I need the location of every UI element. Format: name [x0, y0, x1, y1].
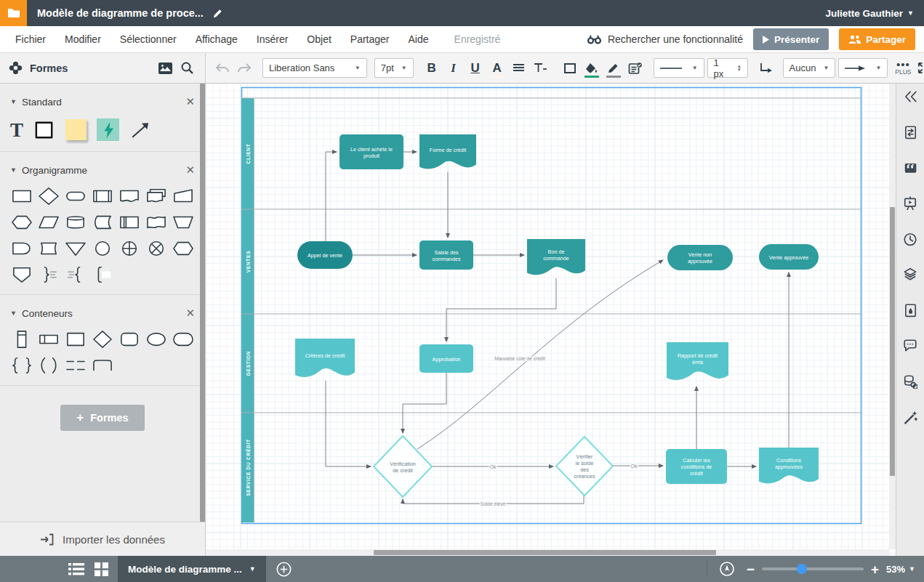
node-vente-approuvee[interactable]: Vente approuvée	[759, 244, 819, 270]
magic-clean-icon[interactable]	[903, 410, 917, 424]
menu-item-aide[interactable]: Aide	[399, 33, 438, 45]
menu-item-fichier[interactable]: Fichier	[6, 33, 55, 45]
node-criteres-credit[interactable]: Critères de crédit	[295, 339, 355, 377]
process-icon[interactable]	[11, 187, 33, 206]
edge-appel-to-client[interactable]	[326, 152, 337, 241]
stored-data-icon[interactable]	[92, 213, 113, 232]
lightning-bolt-icon[interactable]	[97, 118, 119, 141]
merge-icon[interactable]	[65, 239, 87, 258]
document-icon[interactable]	[118, 187, 140, 206]
fill-color-icon[interactable]	[582, 58, 601, 78]
edge-criteres-to-verification[interactable]	[326, 381, 371, 466]
font-size-select[interactable]: 7pt▼	[374, 58, 414, 78]
page-grid-button[interactable]	[89, 556, 113, 582]
share-button[interactable]: Partager	[839, 28, 915, 50]
line-style-select[interactable]: ▼	[654, 58, 704, 78]
close-icon[interactable]: ✕	[185, 163, 195, 177]
arrow-icon[interactable]	[129, 121, 151, 140]
add-page-button[interactable]	[272, 556, 297, 582]
page-setup-icon[interactable]	[903, 125, 917, 140]
terminator-icon[interactable]	[65, 187, 87, 206]
stroke-width-stepper[interactable]: 1 px ▲▼	[707, 58, 748, 78]
menu-item-affichage[interactable]: Affichage	[186, 33, 247, 45]
node-calculer-conditions[interactable]: Calculer lesconditions decrédit	[666, 449, 727, 484]
shapes-manager-icon[interactable]	[9, 61, 23, 75]
horizontal-lines-icon[interactable]	[65, 356, 87, 375]
node-approbation[interactable]: Approbation	[419, 344, 473, 373]
node-saisie-commandes[interactable]: Saisie descommandes	[419, 241, 473, 270]
edge-label[interactable]: Ok	[631, 464, 638, 469]
sticky-note-icon[interactable]	[65, 119, 87, 140]
comments-icon[interactable]	[903, 339, 917, 353]
canvas-vertical-scrollbar[interactable]	[889, 84, 896, 549]
edge-label[interactable]: Mauvaise cote de crédit	[494, 356, 545, 361]
manual-input-icon[interactable]	[172, 187, 194, 206]
preparation-icon[interactable]	[11, 213, 33, 232]
redo-icon[interactable]	[235, 58, 254, 78]
feature-search[interactable]: Rechercher une fonctionnalité	[587, 33, 743, 45]
align-icon[interactable]	[510, 58, 529, 78]
node-vente-non-approuvee[interactable]: Vente nonapprouvée	[667, 245, 733, 270]
notes-icon[interactable]	[903, 161, 917, 175]
rectangle-container-icon[interactable]	[65, 330, 87, 349]
predefined-process-icon[interactable]	[92, 187, 113, 206]
connector-icon[interactable]	[92, 239, 113, 258]
layers-icon[interactable]	[903, 267, 917, 282]
page-tab[interactable]: Modèle de diagramme ... ▼	[118, 556, 266, 582]
italic-button[interactable]: I	[444, 58, 463, 78]
data-icon[interactable]	[38, 213, 60, 232]
bracket-note-icon[interactable]	[92, 265, 113, 284]
node-bon-commande[interactable]: Bon decommande	[527, 239, 585, 275]
edge-label[interactable]: Ok	[490, 464, 497, 469]
off-page-connector-icon[interactable]	[11, 265, 33, 284]
bracket-frame-icon[interactable]	[92, 356, 113, 375]
collapse-panel-icon[interactable]	[903, 89, 917, 104]
panel-scrollbar[interactable]	[200, 84, 205, 522]
line-color-icon[interactable]	[604, 58, 623, 78]
diamond-container-icon[interactable]	[92, 330, 113, 349]
multi-document-icon[interactable]	[145, 187, 167, 206]
note-check-icon[interactable]	[626, 58, 645, 78]
frame-icon[interactable]	[561, 58, 579, 78]
collapse-triangle-icon[interactable]: ▼	[10, 98, 17, 105]
edge-approbation-to-verification[interactable]	[403, 373, 446, 433]
underline-button[interactable]: U	[466, 58, 485, 78]
menu-item-objet[interactable]: Objet	[297, 33, 340, 45]
ellipse-container-icon[interactable]	[145, 330, 167, 349]
undo-icon[interactable]	[213, 58, 232, 78]
manual-operation-icon[interactable]	[172, 213, 194, 232]
node-client-achete[interactable]: Le client achète leproduit	[340, 134, 403, 169]
brace-note-right-icon[interactable]	[38, 265, 60, 284]
import-data-button[interactable]: Importer les données	[0, 522, 205, 556]
card-icon[interactable]	[38, 239, 60, 258]
page-list-button[interactable]	[64, 556, 89, 582]
present-button[interactable]: Présenter	[753, 28, 829, 50]
node-rapport-credit[interactable]: Rapport de créditémis	[667, 342, 728, 380]
more-tools-button[interactable]: ••• PLUS	[895, 61, 911, 76]
database-icon[interactable]	[65, 213, 87, 232]
canvas-horizontal-scrollbar[interactable]	[206, 549, 889, 556]
horizontal-swimlane-icon[interactable]	[38, 330, 60, 349]
vertical-swimlane-icon[interactable]	[11, 330, 33, 349]
summing-junction-icon[interactable]	[118, 239, 140, 258]
data-linking-icon[interactable]	[903, 374, 917, 389]
zoom-slider-thumb[interactable]	[797, 564, 807, 574]
page-style-icon[interactable]	[903, 303, 917, 318]
delay-icon[interactable]	[11, 239, 33, 258]
diagram-canvas[interactable]: CLIENTVENTESGESTIONSERVICE DU CRÉDITOkOk…	[206, 84, 896, 556]
menu-item-modifier[interactable]: Modifier	[55, 33, 111, 45]
user-menu[interactable]: Juliette Gauthier ▼	[826, 8, 914, 19]
node-appel-vente[interactable]: Appel de vente	[297, 241, 353, 269]
add-shapes-button[interactable]: + Formes	[60, 405, 144, 431]
search-icon[interactable]	[177, 58, 196, 78]
recenter-button[interactable]	[715, 556, 739, 582]
arrow-style-select[interactable]: ▼	[838, 58, 888, 78]
rename-button[interactable]	[212, 8, 223, 19]
curly-braces-icon[interactable]	[11, 356, 33, 375]
pill-container-icon[interactable]	[172, 330, 194, 349]
text-options-icon[interactable]	[531, 58, 550, 78]
zoom-in-button[interactable]: +	[871, 562, 879, 576]
history-icon[interactable]	[903, 232, 917, 246]
brace-note-left-icon[interactable]	[65, 265, 87, 284]
stepper-arrows-icon[interactable]: ▲▼	[737, 65, 742, 72]
